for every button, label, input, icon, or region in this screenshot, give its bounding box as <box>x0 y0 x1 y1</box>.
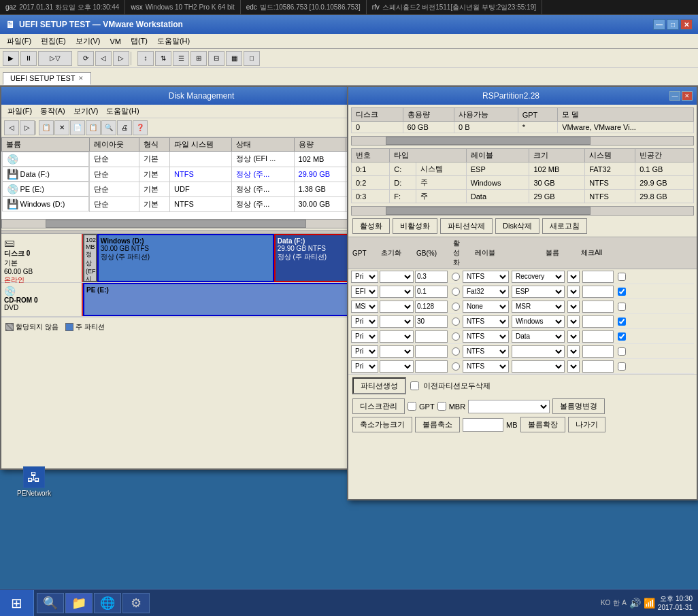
vol-shrink-btn[interactable]: 볼름축소 <box>415 417 460 432</box>
grid-active-5[interactable] <box>452 347 460 356</box>
menu-tabs[interactable]: 탭(T) <box>127 35 152 48</box>
grid-fs-2[interactable]: None <box>463 301 509 313</box>
toolbar-btn-7[interactable]: ↕ <box>137 51 154 66</box>
deactivate-btn[interactable]: 비활성화 <box>393 218 437 234</box>
grid-vol-4[interactable] <box>567 330 580 343</box>
grid-check-6[interactable] <box>618 362 626 371</box>
grid-fs-1[interactable]: Fat32 <box>463 286 509 298</box>
grid-check-5[interactable] <box>618 347 626 356</box>
vmware-minimize-btn[interactable]: — <box>653 19 665 30</box>
toolbar-btn-6[interactable]: ▷ <box>113 51 129 66</box>
toolbar-btn-4[interactable]: ⟳ <box>78 51 94 66</box>
part-windows[interactable]: Windows (D:) 30.00 GB NTFS 정상 (주 파티션) <box>97 234 274 282</box>
rspart-close[interactable]: ✕ <box>682 91 693 101</box>
vol-expand-btn[interactable]: 볼름확장 <box>520 417 565 432</box>
grid-init-3[interactable] <box>380 315 414 328</box>
grid-vol-1[interactable] <box>567 286 580 298</box>
penetwork-icon[interactable]: 🖧 PENetwork <box>14 466 54 497</box>
vmware-maximize-btn[interactable]: □ <box>667 19 679 30</box>
dm-tb-5[interactable]: 🔍 <box>101 120 116 135</box>
toolbar-btn-2[interactable]: ⏸ <box>20 51 37 66</box>
grid-active-4[interactable] <box>452 332 460 341</box>
grid-fs-4[interactable]: NTFS <box>463 330 509 343</box>
grid-gb-3[interactable] <box>415 315 448 328</box>
grid-active-0[interactable] <box>452 273 460 281</box>
delete-disk-btn[interactable]: Disk삭제 <box>495 218 539 234</box>
grid-active-2[interactable] <box>452 303 460 311</box>
top-item-rfv[interactable]: rfv 스페시홀드2 버전1511[출시년월 부팅:2일23:55:19] <box>367 0 542 14</box>
taskbar-app-2[interactable]: 🌐 <box>94 593 121 613</box>
grid-label-6[interactable] <box>512 360 565 373</box>
vol-dropdown[interactable] <box>468 400 550 413</box>
top-item-gaz[interactable]: gaz 2017.01.31 화요일 오후 10:30:44 <box>0 0 125 14</box>
menu-edit[interactable]: 편집(E) <box>37 35 70 48</box>
dm-tb-2[interactable]: ✕ <box>54 120 69 135</box>
grid-vol-2[interactable] <box>567 301 580 313</box>
dm-tb-3[interactable]: 📄 <box>70 120 85 135</box>
grid-label-5[interactable] <box>512 345 565 358</box>
grid-fs-5[interactable]: NTFS <box>463 345 509 358</box>
toolbar-btn-10[interactable]: ⊞ <box>190 51 207 66</box>
grid-type-4[interactable]: Pri <box>351 330 378 343</box>
vmware-close-btn[interactable]: ✕ <box>680 19 693 30</box>
table-row[interactable]: 0 60 GB 0 B * VMware, VMware Vi... <box>352 122 694 133</box>
grid-init-1[interactable] <box>380 286 414 298</box>
grid-init-4[interactable] <box>380 330 414 343</box>
grid-type-0[interactable]: Pri <box>351 271 378 283</box>
top-item-edc[interactable]: edc 빌드:10586.753 [10.0.10586.753] <box>241 0 367 14</box>
create-partition-btn[interactable]: 파티션생성 <box>352 377 406 394</box>
exit-btn[interactable]: 나가기 <box>568 417 605 432</box>
network-icon[interactable]: 📶 <box>644 598 655 609</box>
toolbar-btn-13[interactable]: □ <box>244 51 260 66</box>
dm-tb-back[interactable]: ◁ <box>4 120 19 135</box>
grid-init-2[interactable] <box>380 301 414 313</box>
grid-init-6[interactable] <box>380 360 414 373</box>
grid-vol-3[interactable] <box>567 315 580 328</box>
grid-check-3[interactable] <box>618 318 626 326</box>
disk-table-scrollbar[interactable] <box>351 136 694 146</box>
toolbar-btn-8[interactable]: ⇅ <box>155 51 171 66</box>
grid-active-1[interactable] <box>452 288 460 296</box>
part-table-scrollbar[interactable] <box>351 206 694 216</box>
vol-rename-btn[interactable]: 볼름명변경 <box>552 398 605 414</box>
grid-label-4[interactable]: Data <box>512 330 565 343</box>
grid-check-0[interactable] <box>618 273 626 281</box>
dm-menu-file[interactable]: 파일(F) <box>4 105 35 117</box>
dm-tb-4[interactable]: 📋 <box>86 120 101 135</box>
dm-menu-help[interactable]: 도움말(H) <box>103 105 142 117</box>
grid-label-2[interactable]: MSR <box>512 301 565 313</box>
vm-display-area[interactable]: Disk Management — □ ✕ 파일(F) 동작(A) 보기(V) … <box>0 86 698 602</box>
mb-input[interactable] <box>463 418 503 432</box>
grid-vol-6[interactable] <box>567 360 580 373</box>
rspart-minimize[interactable]: — <box>669 91 680 101</box>
grid-fs-3[interactable]: NTFS <box>463 315 509 328</box>
grid-type-6[interactable]: Pri <box>351 360 378 373</box>
taskbar-app-3[interactable]: ⚙ <box>122 593 150 613</box>
toolbar-btn-5[interactable]: ◁ <box>95 51 112 66</box>
grid-volname-3[interactable] <box>582 315 614 328</box>
taskbar-app-1[interactable]: 📁 <box>65 593 93 613</box>
shrink-size-btn[interactable]: 축소가능크기 <box>352 417 412 432</box>
grid-volname-6[interactable] <box>582 360 614 373</box>
grid-volname-1[interactable] <box>582 286 614 298</box>
dm-tb-7[interactable]: ❓ <box>133 120 148 135</box>
delete-part-btn[interactable]: 파티션삭제 <box>440 218 493 234</box>
dm-tb-fwd[interactable]: ▷ <box>20 120 35 135</box>
refresh-btn[interactable]: 새로고침 <box>542 218 587 234</box>
rspartition-window[interactable]: RSPartition2.28 — ✕ 디스크 총용량 사용가능 <box>347 86 698 500</box>
dm-menu-action[interactable]: 동작(A) <box>37 105 69 117</box>
speaker-icon[interactable]: 🔊 <box>629 598 641 609</box>
grid-vol-5[interactable] <box>567 345 580 358</box>
grid-gb-1[interactable] <box>415 286 448 298</box>
toolbar-btn-12[interactable]: ▦ <box>226 51 242 66</box>
dm-tb-1[interactable]: 📋 <box>39 120 54 135</box>
table-row[interactable]: 0:2 D: 주 Windows 30 GB NTFS 29.9 GB <box>352 176 694 190</box>
grid-gb-6[interactable] <box>415 360 448 373</box>
grid-init-0[interactable] <box>380 271 414 283</box>
grid-type-2[interactable]: MSR <box>351 301 378 313</box>
grid-type-1[interactable]: EFI <box>351 286 378 298</box>
grid-check-2[interactable] <box>618 303 626 311</box>
grid-init-5[interactable] <box>380 345 414 358</box>
tab-close-btn[interactable]: ✕ <box>78 75 84 82</box>
grid-check-1[interactable] <box>618 288 626 296</box>
